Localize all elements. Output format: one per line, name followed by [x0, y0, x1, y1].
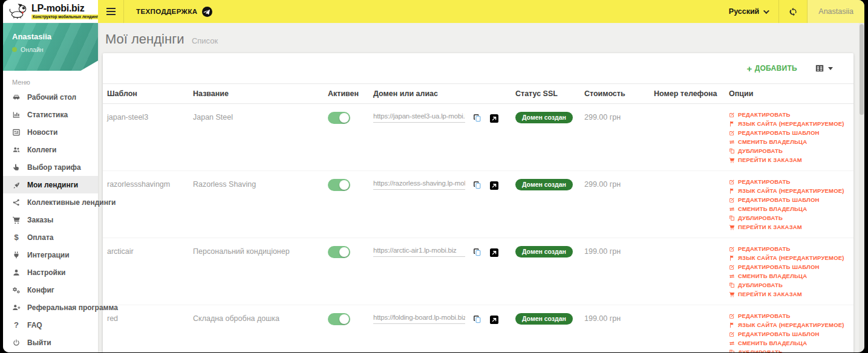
hand-pointer-icon — [11, 163, 21, 172]
sidebar-item-my-landings[interactable]: Мои лендинги — [3, 176, 98, 193]
edit-icon — [729, 331, 735, 337]
option-site-language[interactable]: ЯЗЫК САЙТА (НЕРЕДАКТИРУЕМОЕ) — [729, 322, 850, 328]
option-edit-template[interactable]: РЕДАКТИРОВАТЬ ШАБЛОН — [729, 331, 850, 337]
user-menu[interactable]: Anastasiia — [808, 0, 864, 23]
columns-dropdown-button[interactable] — [815, 64, 833, 73]
page-title: Мої лендінги — [105, 31, 184, 47]
copy-icon[interactable] — [473, 181, 482, 190]
language-flag-icon — [729, 188, 735, 194]
sidebar-item-statistics[interactable]: Статистика — [3, 106, 98, 123]
sidebar-item-settings[interactable]: Настройки — [3, 264, 98, 281]
option-duplicate[interactable]: ДУБЛИРОВАТЬ — [729, 349, 850, 352]
option-change-owner[interactable]: СМЕНИТЬ ВЛАДЕЛЬЦА — [729, 340, 850, 346]
option-change-owner[interactable]: СМЕНИТЬ ВЛАДЕЛЬЦА — [729, 206, 850, 212]
option-edit-template[interactable]: РЕДАКТИРОВАТЬ ШАБЛОН — [729, 264, 850, 270]
option-edit[interactable]: РЕДАКТИРОВАТЬ — [729, 245, 850, 252]
option-edit[interactable]: РЕДАКТИРОВАТЬ — [729, 313, 850, 319]
sidebar-item-referral[interactable]: Реферальная программа — [3, 299, 98, 316]
option-site-language[interactable]: ЯЗЫК САЙТА (НЕРЕДАКТИРУЕМОЕ) — [729, 254, 850, 261]
sidebar-item-label: Интеграции — [27, 251, 70, 259]
option-edit-template[interactable]: РЕДАКТИРОВАТЬ ШАБЛОН — [729, 129, 850, 136]
copy-icon[interactable] — [473, 315, 482, 324]
online-status-label: Онлайн — [21, 46, 44, 53]
sidebar-item-faq[interactable]: ? FAQ — [3, 316, 98, 334]
scrollbar-thumb[interactable] — [860, 24, 864, 115]
language-dropdown[interactable]: Русский — [718, 0, 779, 23]
support-button[interactable]: ТЕХПОДДЕРЖКА — [124, 0, 224, 23]
copy-icon[interactable] — [473, 114, 482, 123]
sidebar-item-payment[interactable]: $ Оплата — [3, 228, 98, 246]
sidebar-item-tariff[interactable]: Выбор тарифа — [3, 158, 98, 176]
sidebar-item-collective-landings[interactable]: Коллективные лендинги — [3, 193, 98, 211]
active-toggle[interactable] — [328, 179, 350, 191]
gears-icon — [11, 285, 21, 295]
refresh-button[interactable] — [779, 0, 807, 23]
duplicate-icon — [729, 148, 735, 154]
sidebar-item-label: Выйти — [27, 338, 51, 347]
sidebar-item-label: Коллеги — [27, 146, 57, 154]
sidebar-item-dashboard[interactable]: Рабочий стол — [3, 88, 98, 106]
active-toggle[interactable] — [328, 313, 350, 325]
domain-input[interactable] — [373, 178, 465, 190]
sidebar-item-label: FAQ — [27, 321, 42, 329]
sidebar-item-label: Реферальная программа — [27, 303, 118, 312]
add-button[interactable]: + ДОБАВИТЬ — [747, 64, 797, 73]
ssl-status-badge: Домен создан — [515, 112, 573, 123]
caret-down-icon — [828, 67, 833, 70]
price: 199.00 грн — [584, 247, 621, 256]
share-icon — [11, 198, 21, 207]
sidebar: Anastasiia Онлайн Меню Рабочий стол Стат… — [3, 23, 98, 352]
option-duplicate[interactable]: ДУБЛИРОВАТЬ — [729, 147, 850, 154]
sidebar-item-label: Конфиг — [27, 286, 54, 294]
option-duplicate[interactable]: ДУБЛИРОВАТЬ — [729, 282, 850, 288]
duplicate-icon — [729, 349, 735, 353]
sidebar-item-colleagues[interactable]: Коллеги — [3, 141, 98, 158]
option-edit-template[interactable]: РЕДАКТИРОВАТЬ ШАБЛОН — [729, 196, 850, 203]
header-domain: Домен или алиас — [369, 84, 511, 104]
price: 199.00 грн — [584, 314, 621, 323]
logo[interactable]: LP-mobi.biz Конструктор мобильных лендин… — [3, 0, 98, 23]
exchange-icon — [729, 340, 735, 346]
sidebar-item-config[interactable]: Конфиг — [3, 281, 98, 299]
copy-icon[interactable] — [473, 248, 482, 257]
landing-name: Складна обробна дошка — [193, 314, 279, 323]
header-options: Опции — [725, 84, 853, 104]
option-edit[interactable]: РЕДАКТИРОВАТЬ — [729, 111, 850, 118]
hamburger-menu-icon[interactable] — [98, 0, 123, 23]
domain-input[interactable] — [373, 313, 465, 324]
option-change-owner[interactable]: СМЕНИТЬ ВЛАДЕЛЬЦА — [729, 273, 850, 279]
sidebar-item-label: Статистика — [27, 111, 68, 119]
sidebar-item-orders[interactable]: Заказы — [3, 211, 98, 228]
sidebar-item-integrations[interactable]: Интеграции — [3, 246, 98, 264]
open-link-icon[interactable] — [490, 316, 498, 324]
option-site-language[interactable]: ЯЗЫК САЙТА (НЕРЕДАКТИРУЕМОЕ) — [729, 120, 850, 127]
telegram-icon — [202, 7, 212, 17]
open-link-icon[interactable] — [490, 248, 498, 257]
edit-icon — [729, 246, 735, 252]
dollar-icon: $ — [11, 233, 21, 242]
domain-input[interactable] — [373, 245, 465, 257]
language-label: Русский — [729, 7, 760, 16]
option-go-to-orders[interactable]: ПЕРЕЙТИ К ЗАКАЗАМ — [729, 291, 850, 297]
sidebar-item-news[interactable]: Новости — [3, 123, 98, 141]
open-link-icon[interactable] — [490, 181, 498, 190]
sidebar-item-label: Новости — [27, 128, 57, 137]
active-toggle[interactable] — [328, 112, 350, 124]
page-subtitle: Список — [192, 36, 218, 45]
domain-input[interactable] — [373, 111, 465, 123]
sidebar-item-label: Настройки — [27, 268, 65, 277]
template-name: japan-steel3 — [107, 113, 148, 121]
ssl-status-badge: Домен создан — [515, 179, 573, 190]
option-site-language[interactable]: ЯЗЫК САЙТА (НЕРЕДАКТИРУЕМОЕ) — [729, 187, 850, 194]
online-status-dot — [12, 47, 17, 52]
active-toggle[interactable] — [328, 246, 350, 258]
open-link-icon[interactable] — [490, 114, 498, 123]
option-go-to-orders[interactable]: ПЕРЕЙТИ К ЗАКАЗАМ — [729, 224, 850, 230]
bar-chart-icon — [11, 110, 21, 120]
option-edit[interactable]: РЕДАКТИРОВАТЬ — [729, 178, 850, 185]
option-change-owner[interactable]: СМЕНИТЬ ВЛАДЕЛЬЦА — [729, 138, 850, 145]
option-duplicate[interactable]: ДУБЛИРОВАТЬ — [729, 215, 850, 221]
sidebar-item-logout[interactable]: Выйти — [3, 334, 98, 351]
scrollbar-track[interactable] — [859, 23, 864, 352]
option-go-to-orders[interactable]: ПЕРЕЙТИ К ЗАКАЗАМ — [729, 157, 850, 163]
